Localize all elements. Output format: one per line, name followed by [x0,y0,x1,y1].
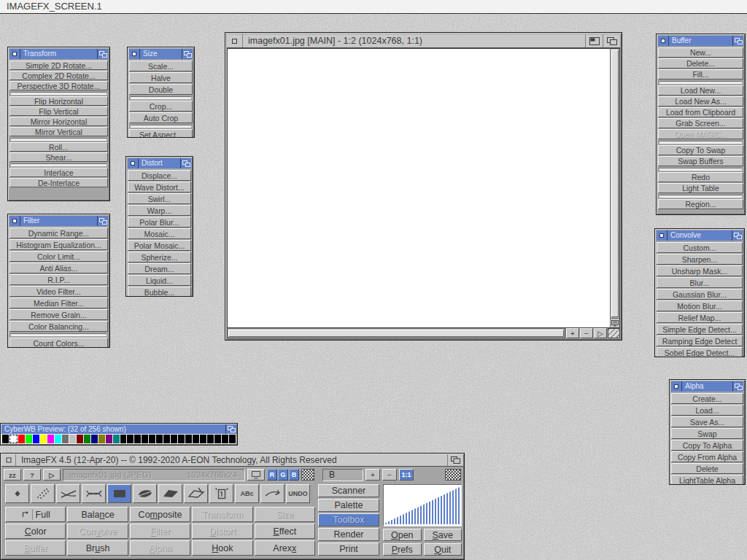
color-swatch[interactable] [26,435,32,443]
composite-menu-button[interactable]: Composite [130,507,190,522]
set-aspect-button[interactable]: Set Aspect... [129,129,193,138]
double-button[interactable]: Double [129,84,193,95]
hook-menu-button[interactable]: Hook [192,540,252,556]
color-swatch[interactable] [156,435,163,443]
open-magic-button[interactable]: Open MAGIC... [658,129,743,139]
alpha-titlebar[interactable]: Alpha [671,381,743,392]
color-swatch[interactable] [69,435,76,443]
horizontal-scroll-thumb[interactable] [228,330,564,337]
swap-button[interactable]: Swap [671,428,743,439]
close-gadget[interactable] [129,49,140,59]
grab-screen-button[interactable]: Grab Screen... [658,118,743,128]
convolve-titlebar[interactable]: Convolve [657,230,743,241]
screen-display-button[interactable] [247,469,265,481]
box-tool[interactable] [107,484,131,503]
balance-menu-button[interactable]: Balance [67,507,128,522]
move-tool[interactable] [260,484,285,503]
copy-from-alpha-button[interactable]: Copy From Alpha [671,451,743,462]
color-swatch[interactable] [2,435,9,443]
polygon-tool[interactable] [158,484,182,503]
color-swatch[interactable] [222,435,228,443]
zoom-gadget-icon[interactable] [585,34,603,47]
copy-to-alpha-button[interactable]: Copy To Alpha [671,440,743,451]
color-swatch[interactable] [113,435,120,443]
save-as-button[interactable]: Save As... [671,416,743,427]
print-panel-button[interactable]: Print [318,542,379,556]
flip-horizontal-button[interactable]: Flip Horizontal [9,96,108,106]
close-gadget[interactable] [9,216,20,226]
interlace-button[interactable]: Interlace [9,168,108,177]
color-swatch[interactable] [178,435,185,443]
close-gadget[interactable] [227,34,243,47]
mirror-horizontal-button[interactable]: Mirror Horizontal [9,117,108,126]
size-menu-button[interactable]: Size [255,507,315,522]
buffer-menu-button[interactable]: Buffer [5,540,66,556]
airbrush-tool[interactable] [31,484,55,503]
gaussian-blur-button[interactable]: Gaussian Blur... [657,289,743,300]
toolbox-panel-button[interactable]: Toolbox [318,513,379,526]
close-gadget[interactable] [128,158,139,168]
render-panel-button[interactable]: Render [318,528,379,541]
preview-titlebar[interactable]: CyberWB Preview: (32 of 256 shown) [1,424,236,434]
halve-button[interactable]: Halve [129,72,193,83]
region-button[interactable]: Region... [658,199,743,209]
color-menu-button[interactable]: Color [5,524,66,539]
color-swatch[interactable] [18,435,25,443]
color-balancing-button[interactable]: Color Balancing... [9,321,108,332]
anti-alias-button[interactable]: Anti Alias... [9,262,108,273]
help-button[interactable]: ? [23,469,41,481]
color-swatch[interactable] [106,435,112,443]
run-arexx-button[interactable]: ▷ [43,469,61,481]
median-filter-button[interactable]: Median Filter... [9,298,108,308]
color-swatch[interactable] [33,435,39,443]
color-swatch[interactable] [171,435,177,443]
depth-gadget[interactable] [97,216,108,226]
alpha-menu-button[interactable]: Alpha [130,540,190,556]
point-tool[interactable] [5,484,29,503]
simple-2d-rotate-button[interactable]: Simple 2D Rotate... [9,61,108,70]
redo-button[interactable]: Redo [658,172,743,182]
color-swatch[interactable] [229,435,236,443]
depth-gadget[interactable] [732,230,743,241]
copy-to-swap-button[interactable]: Copy To Swap [658,145,743,155]
shear-button[interactable]: Shear... [9,152,108,162]
create-button[interactable]: Create... [671,393,743,404]
color-limit-button[interactable]: Color Limit... [9,251,108,262]
roll-button[interactable]: Roll... [9,142,108,152]
color-swatch[interactable] [200,435,206,443]
depth-gadget[interactable] [447,454,463,466]
brush-menu-button[interactable]: Brush [67,540,128,556]
polar-mosaic-button[interactable]: Polar Mosaic... [128,240,191,251]
color-swatch[interactable] [193,435,199,443]
channel-g-button[interactable]: G [278,469,288,481]
zoom-out-gadget[interactable]: − [580,328,593,338]
color-swatch[interactable] [134,435,141,443]
color-swatch[interactable] [84,435,90,443]
image-canvas[interactable] [227,48,610,328]
effect-menu-button[interactable]: Effect [255,524,315,539]
scanner-panel-button[interactable]: Scanner [318,484,379,497]
channel-b-button[interactable]: B [289,469,299,481]
r-i-p-button[interactable]: R.I.P... [9,274,108,285]
text-tool[interactable]: ABc [235,484,259,503]
custom-button[interactable]: Custom... [657,242,743,253]
pan-gadget[interactable]: ▷ [594,328,607,338]
pattern-button[interactable] [445,469,461,481]
color-swatch[interactable] [142,435,148,443]
dream-button[interactable]: Dream... [128,263,191,274]
color-swatch[interactable] [127,435,133,443]
color-swatch[interactable] [40,435,47,443]
new-button[interactable]: New... [658,47,743,58]
convolve-menu-button[interactable]: Convolve [67,524,128,539]
color-swatch[interactable] [207,435,214,443]
perspective-3d-rotate-button[interactable]: Perspective 3D Rotate... [9,81,108,90]
blur-button[interactable]: Blur... [657,277,743,288]
count-colors-button[interactable]: Count Colors... [9,338,108,348]
load-from-clipboard-button[interactable]: Load from Clipboard [658,107,743,117]
vertical-scroll-thumb[interactable] [611,50,619,317]
load-new-button[interactable]: Load New... [658,85,743,96]
color-swatch[interactable] [62,435,69,443]
depth-gadget[interactable] [97,49,108,59]
color-swatch[interactable] [9,435,18,443]
color-swatch[interactable] [98,435,105,443]
